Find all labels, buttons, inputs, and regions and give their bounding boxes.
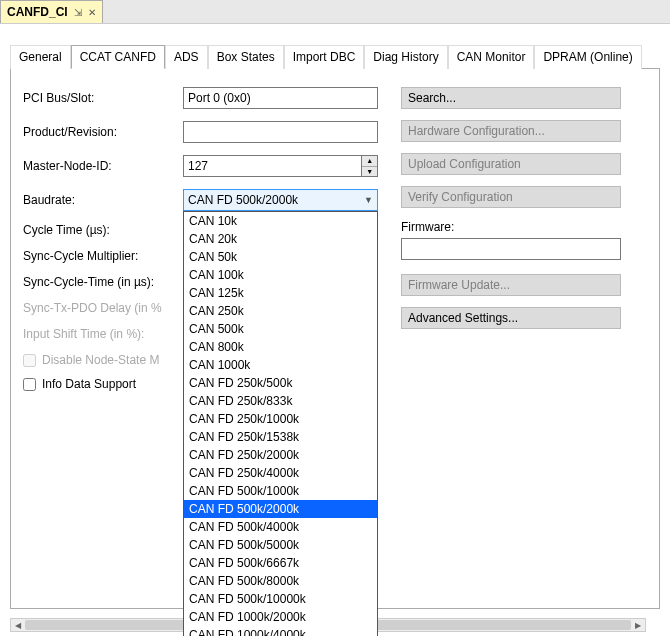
pin-icon[interactable]: ⇲ <box>74 7 82 18</box>
baudrate-option[interactable]: CAN FD 500k/1000k <box>184 482 377 500</box>
baudrate-option[interactable]: CAN FD 250k/1000k <box>184 410 377 428</box>
baudrate-option[interactable]: CAN FD 250k/2000k <box>184 446 377 464</box>
baudrate-option[interactable]: CAN 500k <box>184 320 377 338</box>
sync-tx-pdo-delay-label: Sync-Tx-PDO Delay (in % <box>23 301 183 315</box>
window-tab-title: CANFD_CI <box>7 5 68 19</box>
baudrate-option[interactable]: CAN 100k <box>184 266 377 284</box>
scroll-left-icon[interactable]: ◀ <box>11 619 25 631</box>
baudrate-combo-display[interactable]: CAN FD 500k/2000k ▼ <box>183 189 378 211</box>
cycle-time-label: Cycle Time (µs): <box>23 223 183 237</box>
baudrate-dropdown-list[interactable]: CAN 10kCAN 20kCAN 50kCAN 100kCAN 125kCAN… <box>183 211 378 636</box>
product-revision-input[interactable] <box>183 121 378 143</box>
hardware-config-button[interactable]: Hardware Configuration... <box>401 120 621 142</box>
baudrate-option[interactable]: CAN FD 500k/10000k <box>184 590 377 608</box>
baudrate-option[interactable]: CAN FD 500k/8000k <box>184 572 377 590</box>
baudrate-option[interactable]: CAN 50k <box>184 248 377 266</box>
window-tab-bar: CANFD_CI ⇲ ✕ <box>0 0 670 24</box>
pci-bus-slot-input[interactable] <box>183 87 378 109</box>
baudrate-option[interactable]: CAN FD 500k/6667k <box>184 554 377 572</box>
baudrate-option[interactable]: CAN 250k <box>184 302 377 320</box>
baudrate-option[interactable]: CAN 1000k <box>184 356 377 374</box>
disable-node-state-checkbox <box>23 354 36 367</box>
baudrate-option[interactable]: CAN 20k <box>184 230 377 248</box>
firmware-input[interactable] <box>401 238 621 260</box>
input-shift-time-label: Input Shift Time (in %): <box>23 327 183 341</box>
tab-import-dbc[interactable]: Import DBC <box>284 45 365 69</box>
master-node-id-label: Master-Node-ID: <box>23 159 183 173</box>
master-node-id-input[interactable] <box>183 155 361 177</box>
sync-cycle-time-label: Sync-Cycle-Time (in µs): <box>23 275 183 289</box>
tab-ads[interactable]: ADS <box>165 45 208 69</box>
pci-bus-slot-label: PCI Bus/Slot: <box>23 91 183 105</box>
baudrate-option[interactable]: CAN FD 500k/4000k <box>184 518 377 536</box>
baudrate-label: Baudrate: <box>23 193 183 207</box>
close-icon[interactable]: ✕ <box>88 7 96 18</box>
chevron-down-icon: ▼ <box>364 195 373 205</box>
tab-dpram-online-[interactable]: DPRAM (Online) <box>534 45 641 69</box>
tab-ccat-canfd[interactable]: CCAT CANFD <box>71 45 165 69</box>
spin-up-icon[interactable]: ▲ <box>362 156 377 167</box>
spin-down-icon[interactable]: ▼ <box>362 167 377 177</box>
firmware-update-button[interactable]: Firmware Update... <box>401 274 621 296</box>
firmware-label: Firmware: <box>401 220 621 234</box>
tab-can-monitor[interactable]: CAN Monitor <box>448 45 535 69</box>
tab-strip: GeneralCCAT CANFDADSBox StatesImport DBC… <box>10 44 660 69</box>
baudrate-option[interactable]: CAN FD 250k/1538k <box>184 428 377 446</box>
product-revision-label: Product/Revision: <box>23 125 183 139</box>
baudrate-option[interactable]: CAN FD 250k/4000k <box>184 464 377 482</box>
search-button[interactable]: Search... <box>401 87 621 109</box>
disable-node-state-label: Disable Node-State M <box>42 353 159 367</box>
baudrate-option[interactable]: CAN FD 250k/833k <box>184 392 377 410</box>
info-data-support-label: Info Data Support <box>42 377 136 391</box>
scroll-right-icon[interactable]: ▶ <box>631 619 645 631</box>
baudrate-combo-value: CAN FD 500k/2000k <box>188 193 298 207</box>
info-data-support-checkbox[interactable] <box>23 378 36 391</box>
content-area: GeneralCCAT CANFDADSBox StatesImport DBC… <box>0 24 670 609</box>
sync-cycle-multiplier-label: Sync-Cycle Multiplier: <box>23 249 183 263</box>
right-column: Search... Hardware Configuration... Uplo… <box>401 87 621 340</box>
tab-general[interactable]: General <box>10 45 71 69</box>
baudrate-option[interactable]: CAN FD 500k/5000k <box>184 536 377 554</box>
baudrate-option[interactable]: CAN FD 1000k/2000k <box>184 608 377 626</box>
baudrate-option[interactable]: CAN FD 1000k/4000k <box>184 626 377 636</box>
baudrate-option[interactable]: CAN FD 250k/500k <box>184 374 377 392</box>
baudrate-combo[interactable]: CAN FD 500k/2000k ▼ CAN 10kCAN 20kCAN 50… <box>183 189 378 211</box>
window-tab[interactable]: CANFD_CI ⇲ ✕ <box>0 0 103 23</box>
baudrate-option[interactable]: CAN 10k <box>184 212 377 230</box>
advanced-settings-button[interactable]: Advanced Settings... <box>401 307 621 329</box>
verify-config-button[interactable]: Verify Configuration <box>401 186 621 208</box>
master-node-id-spinbox[interactable]: ▲ ▼ <box>183 155 378 177</box>
baudrate-option[interactable]: CAN 800k <box>184 338 377 356</box>
tab-diag-history[interactable]: Diag History <box>364 45 447 69</box>
tab-box-states[interactable]: Box States <box>208 45 284 69</box>
baudrate-option[interactable]: CAN FD 500k/2000k <box>184 500 377 518</box>
tab-body: PCI Bus/Slot: Product/Revision: Master-N… <box>10 69 660 609</box>
upload-config-button[interactable]: Upload Configuration <box>401 153 621 175</box>
baudrate-option[interactable]: CAN 125k <box>184 284 377 302</box>
